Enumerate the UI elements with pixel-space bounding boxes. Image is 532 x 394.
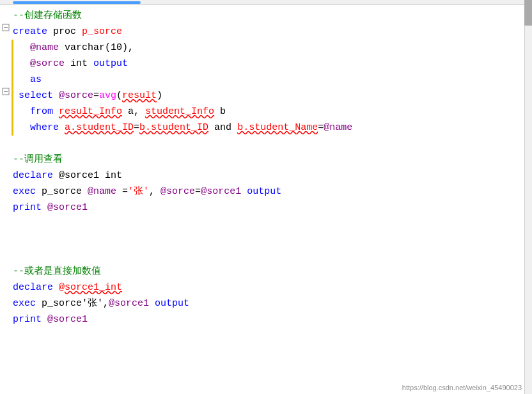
token: @sorce1 bbox=[42, 314, 88, 325]
token: @sorce1 bbox=[109, 298, 149, 309]
table-row: where a.student_ID=b.student_ID and b.st… bbox=[0, 120, 532, 136]
table-row bbox=[0, 248, 532, 264]
token: = bbox=[195, 186, 201, 197]
table-row: from result_Info a, student_Info b bbox=[0, 104, 532, 120]
token: declare bbox=[13, 170, 53, 181]
table-row: as bbox=[0, 72, 532, 88]
code-line: --或者是直接加数值 bbox=[10, 264, 531, 280]
table-row bbox=[0, 232, 532, 248]
token: a, bbox=[122, 106, 145, 117]
code-line bbox=[10, 216, 531, 232]
token: @sorce bbox=[160, 186, 195, 197]
code-line bbox=[10, 248, 531, 264]
watermark: https://blog.csdn.net/weixin_45490023 bbox=[402, 384, 522, 391]
token: create bbox=[13, 26, 47, 37]
code-line: as bbox=[16, 72, 531, 88]
token: output bbox=[93, 58, 128, 69]
token: p_sorce bbox=[82, 26, 122, 37]
token: b.student_Name bbox=[237, 122, 318, 133]
token: exec bbox=[13, 186, 36, 197]
token: p_sorce'张', bbox=[36, 298, 109, 309]
code-line: from result_Info a, student_Info b bbox=[16, 104, 531, 120]
token: --创建存储函数 bbox=[13, 10, 82, 21]
token: '张' bbox=[128, 186, 149, 197]
table-row: create proc p_sorce bbox=[0, 24, 532, 40]
token: @sorce1 bbox=[201, 186, 241, 197]
code-line bbox=[10, 136, 531, 152]
token: a.student_ID bbox=[65, 122, 134, 133]
table-row: --调用查看 bbox=[0, 152, 532, 168]
code-line: print @sorce1 bbox=[10, 200, 531, 216]
code-line: create proc p_sorce bbox=[10, 24, 531, 40]
code-line: exec p_sorce @name ='张', @sorce=@sorce1 … bbox=[10, 184, 531, 200]
table-row: select @sorce=avg(result) bbox=[0, 88, 532, 104]
table-row: --创建存储函数 bbox=[0, 8, 532, 24]
token: @sorce1 int bbox=[53, 170, 122, 181]
token: = bbox=[318, 122, 324, 133]
token: = bbox=[134, 122, 139, 133]
token: print bbox=[13, 314, 42, 325]
table-row bbox=[0, 136, 532, 152]
token: avg bbox=[99, 90, 116, 101]
vertical-scrollbar[interactable] bbox=[524, 0, 532, 394]
table-row: @sorce int output bbox=[0, 56, 532, 72]
token: print bbox=[13, 202, 42, 213]
token: b bbox=[214, 106, 226, 117]
scrollbar-thumb-right[interactable] bbox=[524, 0, 532, 26]
token: b.student_ID bbox=[139, 122, 208, 133]
table-row bbox=[0, 216, 532, 232]
token: proc bbox=[47, 26, 82, 37]
code-line: declare @sorce1_int bbox=[10, 280, 531, 296]
table-row: --或者是直接加数值 bbox=[0, 264, 532, 280]
token: as bbox=[30, 74, 42, 85]
code-line: --创建存储函数 bbox=[10, 8, 531, 24]
table-row: exec p_sorce'张',@sorce1 output bbox=[0, 296, 532, 311]
token: @name bbox=[88, 186, 116, 197]
token: , bbox=[149, 186, 160, 197]
token: declare bbox=[13, 282, 53, 293]
code-line: declare @sorce1 int bbox=[10, 168, 531, 184]
token: p_sorce bbox=[36, 186, 88, 197]
code-line: --调用查看 bbox=[10, 152, 531, 168]
table-row: declare @sorce1 int bbox=[0, 168, 532, 184]
token: ( bbox=[116, 90, 122, 101]
code-line: exec p_sorce'张',@sorce1 output bbox=[10, 296, 531, 311]
scrollbar-thumb-top bbox=[13, 1, 141, 4]
token: --或者是直接加数值 bbox=[13, 266, 101, 277]
table-row: print @sorce1 bbox=[0, 200, 532, 216]
code-line: @sorce int output bbox=[16, 56, 531, 72]
table-row: declare @sorce1_int bbox=[0, 280, 532, 296]
token: output bbox=[149, 298, 189, 309]
top-scrollbar[interactable] bbox=[0, 0, 532, 5]
fold-icon[interactable] bbox=[1, 24, 10, 31]
token: varchar(10), bbox=[59, 42, 134, 53]
table-row: print @sorce1 bbox=[0, 311, 532, 327]
token: from bbox=[30, 106, 59, 117]
token: result bbox=[122, 90, 157, 101]
token: result_Info bbox=[59, 106, 122, 117]
token: @name bbox=[324, 122, 352, 133]
token: and bbox=[208, 122, 237, 133]
token: --调用查看 bbox=[13, 154, 63, 165]
code-editor: --创建存储函数create proc p_sorce @name varcha… bbox=[0, 0, 532, 394]
token: output bbox=[241, 186, 281, 197]
table-row: exec p_sorce @name ='张', @sorce=@sorce1 … bbox=[0, 184, 532, 200]
token: @sorce1_int bbox=[59, 282, 122, 293]
code-line: select @sorce=avg(result) bbox=[16, 88, 531, 104]
token: = bbox=[93, 90, 99, 101]
token: exec bbox=[13, 298, 36, 309]
token: @sorce bbox=[59, 90, 93, 101]
code-line: print @sorce1 bbox=[10, 311, 531, 327]
table-row: @name varchar(10), bbox=[0, 40, 532, 56]
code-line: where a.student_ID=b.student_ID and b.st… bbox=[16, 120, 531, 136]
token: where bbox=[30, 122, 65, 133]
code-line: @name varchar(10), bbox=[16, 40, 531, 56]
code-line bbox=[10, 232, 531, 248]
fold-icon[interactable] bbox=[1, 88, 10, 95]
code-area: --创建存储函数create proc p_sorce @name varcha… bbox=[0, 5, 532, 330]
token: select bbox=[19, 90, 59, 101]
token: = bbox=[116, 186, 128, 197]
token: student_Info bbox=[145, 106, 214, 117]
token: @sorce1 bbox=[42, 202, 88, 213]
token: ) bbox=[157, 90, 162, 101]
